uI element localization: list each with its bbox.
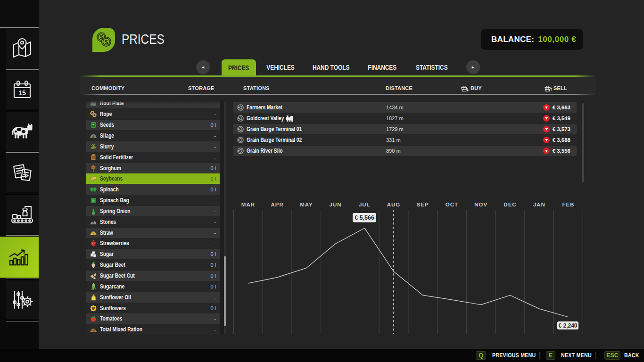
svg-text:FEB: FEB [562, 202, 574, 207]
svg-text:AUG: AUG [387, 202, 401, 207]
svg-text:15: 15 [18, 89, 26, 97]
svg-text:$: $ [100, 34, 103, 41]
svg-text:MAR: MAR [241, 202, 255, 207]
svg-text:JAN: JAN [533, 202, 545, 207]
svg-text:APR: APR [271, 202, 283, 207]
svg-text:NOV: NOV [474, 202, 487, 207]
svg-text:€ 5,566: € 5,566 [355, 214, 374, 221]
svg-text:JUN: JUN [330, 202, 342, 207]
svg-text:JUL: JUL [359, 202, 371, 207]
svg-text:MAY: MAY [300, 202, 313, 207]
svg-text:DEC: DEC [504, 202, 516, 207]
svg-text:OCT: OCT [446, 202, 458, 207]
svg-text:€ 2,240: € 2,240 [558, 322, 577, 329]
svg-text:$: $ [105, 39, 108, 46]
svg-text:SEP: SEP [417, 202, 429, 207]
